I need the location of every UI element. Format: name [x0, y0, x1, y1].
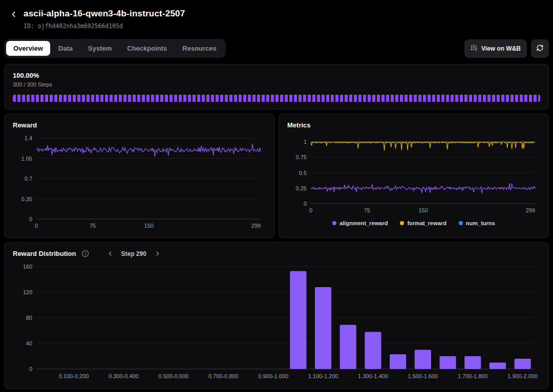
svg-text:0.35: 0.35: [22, 196, 32, 202]
run-id: ID: ojfhd402nha3m692566d105d: [24, 23, 185, 30]
step-navigation: Step 290: [105, 250, 162, 257]
refresh-icon: [536, 44, 544, 53]
svg-text:0: 0: [29, 216, 32, 222]
chevron-right-icon: [155, 250, 160, 258]
svg-text:1.500-1.600: 1.500-1.600: [408, 373, 438, 379]
svg-text:80: 80: [26, 315, 32, 321]
back-button[interactable]: [9, 10, 18, 19]
wandb-icon: [471, 45, 477, 53]
tab-resources[interactable]: Resources: [175, 41, 223, 56]
refresh-button[interactable]: [531, 39, 549, 58]
svg-text:160: 160: [23, 264, 32, 270]
svg-text:0: 0: [29, 366, 32, 372]
chevron-left-icon: [108, 250, 113, 258]
progress-card: 100.00% 300 / 300 Steps: [4, 64, 549, 110]
progress-percent: 100.00%: [13, 72, 540, 79]
svg-text:0: 0: [309, 207, 312, 213]
progress-steps: 300 / 300 Steps: [13, 81, 540, 88]
metrics-line-chart: 10.750.50.250075150299: [287, 134, 540, 215]
tab-checkpoints[interactable]: Checkpoints: [120, 41, 174, 56]
svg-text:299: 299: [251, 223, 261, 229]
svg-text:40: 40: [26, 340, 32, 346]
legend-label-format_reward: format_reward: [407, 220, 446, 226]
svg-text:1.05: 1.05: [22, 156, 32, 162]
svg-text:0: 0: [304, 201, 307, 207]
metrics-card-title: Metrics: [287, 121, 540, 129]
svg-text:0.75: 0.75: [296, 154, 307, 160]
metrics-chart-svg: 10.750.50.250075150299: [287, 134, 540, 215]
svg-text:0: 0: [35, 223, 38, 229]
view-on-wandb-button[interactable]: View on W&B: [464, 39, 527, 58]
legend-item-format_reward[interactable]: format_reward: [400, 220, 446, 226]
legend-item-num_turns[interactable]: num_turns: [459, 220, 495, 226]
svg-text:1.700-1.800: 1.700-1.800: [458, 373, 488, 379]
svg-text:0.700-0.800: 0.700-0.800: [208, 373, 239, 379]
svg-text:0.500-0.600: 0.500-0.600: [158, 373, 188, 379]
reward-card: Reward 1.41.050.70.350075150299: [4, 114, 274, 238]
legend-label-num_turns: num_turns: [466, 220, 495, 226]
info-icon[interactable]: [81, 250, 89, 257]
distribution-card: Reward Distribution Step 290 16012080400…: [4, 242, 549, 389]
step-next-button[interactable]: [153, 250, 162, 257]
charts-row: Reward 1.41.050.70.350075150299 Metrics …: [4, 114, 549, 238]
svg-text:150: 150: [144, 223, 154, 229]
tab-bar: OverviewDataSystemCheckpointsResources: [4, 39, 226, 58]
distribution-chart-svg: 160120804000.100-0.2000.300-0.4000.500-0…: [13, 263, 540, 381]
svg-text:0.7: 0.7: [25, 176, 32, 182]
svg-text:1: 1: [304, 139, 307, 145]
distribution-card-title: Reward Distribution: [13, 250, 76, 257]
tab-overview[interactable]: Overview: [6, 41, 50, 56]
legend-item-alignment_reward[interactable]: alignment_reward: [332, 220, 388, 226]
step-label: Step 290: [121, 250, 146, 257]
svg-text:0.5: 0.5: [299, 170, 307, 176]
reward-line-chart: 1.41.050.70.350075150299: [13, 134, 266, 230]
reward-card-title: Reward: [13, 121, 266, 129]
svg-text:1.900-2.000: 1.900-2.000: [507, 373, 538, 379]
chevron-left-icon: [10, 12, 17, 19]
reward-chart-svg: 1.41.050.70.350075150299: [13, 134, 266, 230]
legend-label-alignment_reward: alignment_reward: [339, 220, 388, 226]
svg-text:0.300-0.400: 0.300-0.400: [109, 373, 139, 379]
tab-system[interactable]: System: [81, 41, 119, 56]
metrics-legend: alignment_rewardformat_rewardnum_turns: [287, 220, 540, 226]
svg-text:75: 75: [364, 207, 370, 213]
svg-text:0.100-0.200: 0.100-0.200: [59, 373, 89, 379]
svg-text:1.100-1.200: 1.100-1.200: [308, 373, 338, 379]
svg-text:150: 150: [419, 207, 428, 213]
svg-text:1.300-1.400: 1.300-1.400: [358, 373, 388, 379]
svg-text:0.25: 0.25: [296, 185, 307, 191]
tab-data[interactable]: Data: [51, 41, 80, 56]
svg-text:120: 120: [23, 289, 32, 295]
toolbar: OverviewDataSystemCheckpointsResources V…: [0, 36, 553, 64]
legend-dot-num_turns: [459, 221, 463, 225]
progress-bar: [13, 95, 540, 102]
header: ascii-alpha-16-qwen3-4b-instruct-2507 ID…: [0, 0, 553, 36]
step-prev-button[interactable]: [105, 250, 115, 257]
legend-dot-format_reward: [400, 221, 404, 225]
metrics-card: Metrics 10.750.50.250075150299 alignment…: [279, 114, 549, 238]
svg-text:0.900-1.000: 0.900-1.000: [258, 373, 288, 379]
svg-text:1.4: 1.4: [25, 135, 32, 141]
toolbar-actions: View on W&B: [464, 39, 549, 58]
svg-text:75: 75: [90, 223, 96, 229]
page-title: ascii-alpha-16-qwen3-4b-instruct-2507: [24, 9, 185, 19]
svg-text:299: 299: [526, 207, 535, 213]
view-on-wandb-label: View on W&B: [481, 45, 521, 52]
distribution-bar-chart: 160120804000.100-0.2000.300-0.4000.500-0…: [13, 263, 540, 381]
distribution-header: Reward Distribution Step 290: [13, 250, 540, 257]
legend-dot-alignment_reward: [332, 221, 336, 225]
